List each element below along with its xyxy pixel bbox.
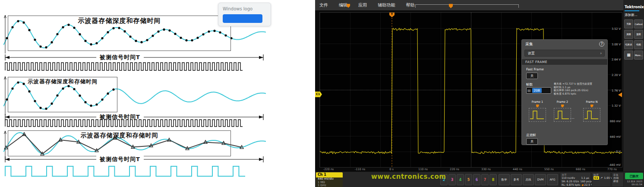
channel7-button[interactable]: 7 [481, 174, 489, 185]
tektronix-logo-text: Tektronix [625, 5, 644, 9]
info-line: 帧分辨率:160 ps(6.25 GS/s) [554, 89, 607, 92]
acquisition-mode: 自动 [613, 176, 619, 180]
y-tick: 1.32 V [612, 104, 621, 108]
right-toolbar: Tektronix 添加新... 光标 Callout 测量 搜索 结果表 绘图… [623, 0, 644, 171]
channel6-button[interactable]: 6 [473, 174, 480, 185]
frame-n-pulse [583, 108, 600, 122]
triggered-status-button[interactable]: 已触发 [625, 173, 643, 179]
x-tick: 330 ns [481, 168, 491, 171]
frame-n-cell: Frame N [581, 100, 602, 122]
diagram-limited-memory: 示波器存储深度和存储时间 被测信号时间T [3, 73, 271, 129]
storage-box-title-2: 示波器存储深度和存储时间 [8, 78, 117, 86]
x-tick: 550 ns [544, 168, 554, 171]
x-tick: 660 ns [576, 168, 585, 171]
add-new-button[interactable]: 添加新... [624, 11, 643, 19]
position-icon: ● [581, 184, 583, 186]
acquisition-type: 样本 [613, 180, 619, 183]
more-button[interactable]: More... [634, 51, 643, 60]
page: Windows logo 示波器存储深度和存储时间 被测信号时间T 示波器存储深… [0, 0, 644, 187]
storage-window-box-2: 示波器存储深度和存储时间 [8, 77, 117, 112]
fastframe-section-header: FAST FRAME [522, 59, 607, 65]
horizontal-badge[interactable]: 水平 110 ns/div 1.1 μs SR: 6.25 GS/s 160 p… [560, 172, 591, 187]
frame-trigger-marker-icon [590, 105, 593, 108]
reference-button[interactable]: 参考 [511, 174, 522, 185]
afg-button[interactable]: AFG [547, 174, 558, 185]
frame-1-cell: Frame 1 [527, 100, 548, 122]
fastframe-label: Fast Frame [526, 67, 544, 71]
oscilloscope-app: 文件 编辑 应用 辅助功能 帮助 Tektronix 添加新... 光标 Cal… [315, 0, 644, 187]
sample-resolution: 160 ps/pt [581, 180, 593, 183]
results-table-button[interactable]: 结果表 [624, 40, 633, 49]
cursor-button[interactable]: 光标 [624, 19, 633, 29]
channel8-button[interactable]: 8 [489, 174, 497, 185]
frame-trigger-marker-icon [561, 105, 564, 108]
math-button[interactable]: 数学 [499, 174, 510, 185]
plot-button[interactable]: 绘图 [634, 40, 643, 49]
storage-box-title-3: 示波器存储深度和存储时间 [8, 132, 230, 139]
channel-buttons: 2 3 4 5 6 7 8 [440, 174, 497, 185]
x-tick: 770 ns [607, 168, 617, 171]
acquisition-panel: 采集 ? 设置 › FAST FRAME Fast Frame 关 帧数 ▤ 2… [521, 39, 608, 145]
menu-applications[interactable]: 应用 [354, 0, 371, 10]
frame-preview: Frame 1 Frame 2 ... [525, 100, 604, 130]
menu-accessibility[interactable]: 辅助功能 [373, 0, 399, 10]
record-length: RL: 6.875 kpts [562, 183, 580, 187]
frames-ellipsis: ... [570, 116, 575, 120]
y-tick: 3.08 V [612, 43, 621, 46]
frame-2-label: Frame 2 [552, 100, 573, 104]
channel4-button[interactable]: 4 [457, 174, 464, 185]
frame-1-pulse [529, 108, 546, 122]
x-tick: -110 ns [355, 168, 365, 171]
channel3-button[interactable]: 3 [448, 174, 456, 185]
bus-button[interactable]: 总线 [523, 174, 534, 185]
record-view-bar[interactable] [415, 4, 519, 8]
display-grid-icon[interactable]: ▦ [624, 51, 633, 60]
frame-2-cell: Frame 2 [552, 100, 573, 122]
trigger-badge[interactable]: 触发 C1 ↗ 1.65 V [592, 172, 611, 187]
windows-tooltip: Windows logo [218, 3, 271, 26]
summary-frame-label: 总览帧 [526, 133, 536, 137]
time-text: 09:01:54 [622, 183, 642, 186]
y-tick: -440 mV [609, 163, 621, 167]
acquisition-badge[interactable]: 采集 自动 样本 [612, 172, 624, 187]
windows-tooltip-text: Windows logo [223, 6, 271, 11]
rising-edge-icon: ↗ [600, 176, 603, 180]
sample-clock-dense-1 [4, 61, 246, 72]
tektronix-logo: Tektronix [624, 1, 643, 11]
chevron-right-icon: › [600, 50, 602, 57]
dvm-button[interactable]: DVM [535, 174, 546, 185]
storage-window-box-1: 示波器存储深度和存储时间 [8, 16, 231, 51]
search-button[interactable]: 搜索 [634, 30, 643, 39]
menu-file[interactable]: 文件 [315, 0, 332, 10]
callout-button[interactable]: Callout [634, 19, 643, 29]
horizontal-title: 水平 [562, 173, 589, 176]
y-tick: 440 mV [610, 135, 621, 139]
x-tick: 440 ns [513, 168, 522, 171]
windows-tooltip-button[interactable] [223, 14, 262, 23]
y-tick: 3.52 V [612, 27, 621, 31]
frame-1-label: Frame 1 [527, 100, 548, 104]
settings-row[interactable]: 设置 › [524, 50, 605, 57]
trigger-title: 触发 [593, 173, 609, 176]
keypad-icon[interactable]: ▤ [527, 89, 531, 92]
help-icon[interactable]: ? [599, 41, 604, 47]
trigger-source-chip: C1 [593, 176, 599, 180]
frame-n-label: Frame N [581, 100, 602, 104]
channel1-badge[interactable]: Ch 1 440 mV/div 1 MΩ 1 GHz [316, 172, 343, 187]
frame-count-input[interactable]: ▤ 208 [526, 87, 551, 94]
menu-bar: 文件 编辑 应用 辅助功能 帮助 [315, 0, 623, 10]
sampling-diagrams: Windows logo 示波器存储深度和存储时间 被测信号时间T 示波器存储深… [0, 0, 315, 187]
storage-box-title-1: 示波器存储深度和存储时间 [8, 17, 230, 25]
measure-button[interactable]: 测量 [624, 30, 633, 39]
settings-label: 设置 [528, 51, 535, 55]
y-tick: 2.64 V [612, 58, 621, 61]
summary-frame-toggle[interactable]: 关 [526, 138, 538, 145]
pulse-icon [554, 108, 571, 121]
fastframe-toggle[interactable]: 关 [526, 73, 538, 79]
frame-2-pulse [554, 108, 571, 122]
channel1-bandwidth: 1 GHz [316, 184, 343, 187]
info-line: 帧时长:1.1 μs [554, 86, 607, 89]
channel5-button[interactable]: 5 [465, 174, 472, 185]
frame-count-label: 帧数 [526, 82, 533, 87]
acquisition-title: 采集 [613, 173, 622, 176]
